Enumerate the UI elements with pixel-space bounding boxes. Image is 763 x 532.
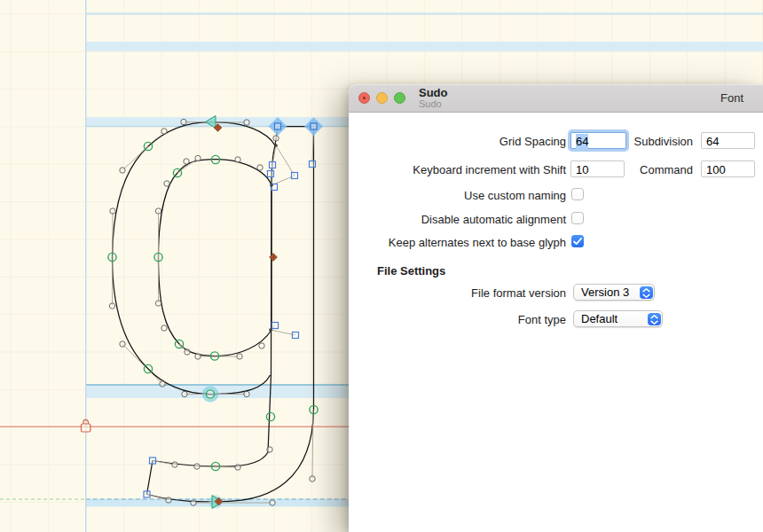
file-format-version-popup[interactable]: Version 3: [573, 284, 655, 301]
disable-auto-alignment-label: Disable automatic alignment: [421, 213, 566, 226]
tab-font[interactable]: Font: [720, 84, 743, 112]
subdivision-input[interactable]: 64: [701, 132, 755, 149]
glyphs-app: Sudo Sudo Font Grid Spacing 64 Subdivisi…: [0, 0, 763, 532]
stepper-icon: [640, 286, 653, 299]
keep-alternates-label: Keep alternates next to base glyph: [389, 236, 566, 249]
grid-spacing-label: Grid Spacing: [499, 135, 566, 148]
file-format-version-label: File format version: [471, 286, 566, 300]
font-info-window: Sudo Sudo Font Grid Spacing 64 Subdivisi…: [349, 84, 763, 532]
keyboard-increment-label: Keyboard increment with Shift: [413, 163, 566, 176]
window-title: Sudo: [419, 86, 448, 99]
command-input[interactable]: 100: [701, 160, 755, 177]
use-custom-naming-checkbox[interactable]: [571, 188, 584, 200]
keep-alternates-checkbox[interactable]: [571, 235, 584, 247]
close-button[interactable]: [358, 92, 370, 104]
font-settings-panel: Grid Spacing 64 Subdivision 64 Keyboard …: [349, 113, 763, 532]
keyboard-increment-input[interactable]: 10: [570, 160, 625, 177]
window-subtitle: Sudo: [419, 98, 442, 110]
file-settings-header: File Settings: [377, 264, 445, 278]
font-type-popup[interactable]: Default: [573, 310, 663, 327]
zoom-button[interactable]: [394, 92, 405, 104]
grid-spacing-input[interactable]: 64: [570, 132, 626, 149]
font-type-label: Font type: [518, 313, 566, 326]
window-titlebar[interactable]: Sudo Sudo Font: [349, 84, 763, 113]
checkmark-icon: [573, 238, 582, 246]
minimize-button[interactable]: [376, 92, 388, 104]
subdivision-label: Subdivision: [634, 135, 694, 148]
use-custom-naming-label: Use custom naming: [464, 189, 566, 202]
disable-auto-alignment-checkbox[interactable]: [571, 212, 584, 224]
command-label: Command: [640, 163, 693, 176]
stepper-icon: [648, 313, 661, 325]
